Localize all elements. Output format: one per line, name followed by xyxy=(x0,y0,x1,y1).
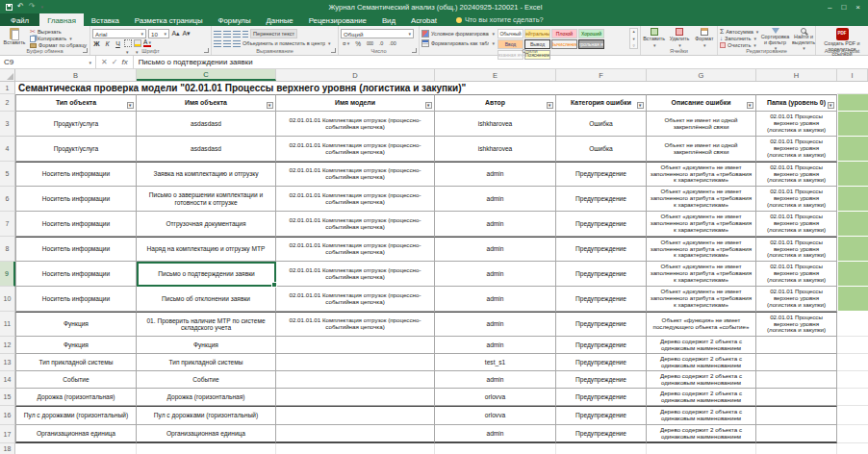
tab-page-layout[interactable]: Разметка страницы xyxy=(127,13,211,26)
cell-H3[interactable]: 02.01.01 Процессы верхнего уровня (логис… xyxy=(756,112,837,137)
cell-F12[interactable]: Предупреждение xyxy=(556,337,647,354)
cell-B2[interactable]: Тип объекта xyxy=(15,94,137,112)
cell-E12[interactable]: admin xyxy=(435,337,556,354)
cell-G17[interactable]: Дерево содержит 2 объекта с одинаковым н… xyxy=(647,425,756,443)
cell-G4[interactable]: Объект не имеет ни одной закреплённой св… xyxy=(647,137,756,162)
cell-F15[interactable]: Предупреждение xyxy=(556,389,647,406)
cell-C13[interactable]: Тип прикладной системы xyxy=(137,354,276,371)
bold-button[interactable]: Ж xyxy=(92,40,101,47)
tell-me-search[interactable]: Что вы хотите сделать? xyxy=(456,13,544,26)
cell-I3[interactable] xyxy=(837,112,868,137)
cell-F16[interactable]: Предупреждение xyxy=(556,406,647,425)
format-cells-button[interactable]: Формат xyxy=(694,28,715,49)
cell-E2[interactable]: Автор xyxy=(435,94,556,112)
font-size-select[interactable]: 10 xyxy=(148,29,169,38)
cell-G16[interactable]: Дерево содержит 2 объекта с одинаковым н… xyxy=(647,406,756,425)
row-header-15[interactable]: 15 xyxy=(0,389,15,406)
wrap-text-button[interactable]: Перенести текст xyxy=(250,29,297,38)
cell-G18[interactable] xyxy=(647,443,756,454)
cell-F13[interactable]: Предупреждение xyxy=(556,354,647,371)
tab-file[interactable]: Файл xyxy=(0,13,39,26)
cell-E17[interactable]: admin xyxy=(435,425,556,443)
tab-formulas[interactable]: Формулы xyxy=(211,13,259,26)
decrease-decimal-icon[interactable] xyxy=(387,39,398,48)
close-icon[interactable]: × xyxy=(855,3,860,12)
cell-H16[interactable] xyxy=(756,406,837,425)
cell-H13[interactable] xyxy=(756,354,837,371)
cell-H7[interactable]: 02.01.01 Процессы верхнего уровня (логис… xyxy=(756,212,837,237)
cell-B10[interactable]: Носитель информации xyxy=(15,287,137,312)
name-box[interactable]: C9 xyxy=(0,56,96,68)
cell-C4[interactable]: asdasdasd xyxy=(137,137,276,162)
cell-style-normal[interactable]: Обычный xyxy=(498,29,523,38)
cell-H12[interactable] xyxy=(756,337,837,354)
cell-I7[interactable] xyxy=(837,212,868,237)
insert-function-icon[interactable]: fx xyxy=(121,58,127,66)
row-header-17[interactable]: 17 xyxy=(0,425,15,443)
cell-H10[interactable]: 02.01.01 Процессы верхнего уровня (логис… xyxy=(756,287,837,312)
cell-C5[interactable]: Заявка на комплектацию и отгрузку xyxy=(137,162,276,187)
cell-I14[interactable] xyxy=(837,371,868,389)
cell-D4[interactable]: 02.01.01.01 Комплектация отгрузок (проце… xyxy=(276,137,435,162)
cell-E4[interactable]: ishkharovea xyxy=(435,137,556,162)
cell-I15[interactable] xyxy=(837,389,868,406)
cell-I11[interactable] xyxy=(837,312,868,337)
underline-button[interactable]: Ч xyxy=(114,40,122,47)
grow-font-icon[interactable]: А▴ xyxy=(171,30,180,38)
cell-I6[interactable] xyxy=(837,187,868,212)
fill-button[interactable]: Заполнить xyxy=(720,36,758,41)
cell-F14[interactable]: Предупреждение xyxy=(556,371,647,389)
filter-icon[interactable] xyxy=(425,102,432,109)
font-name-select[interactable]: Arial xyxy=(92,29,146,38)
cell-G5[interactable]: Объект «документ» не имеет заполненного … xyxy=(647,162,756,187)
column-header-F[interactable]: F xyxy=(556,69,647,81)
row-header-3[interactable]: 3 xyxy=(0,112,15,137)
maximize-icon[interactable]: □ xyxy=(841,3,846,12)
cell-C10[interactable]: Письмо об отклонении заявки xyxy=(137,287,276,312)
cell-B8[interactable]: Носитель информации xyxy=(15,237,137,262)
cell-H18[interactable] xyxy=(756,443,837,454)
row-header-2[interactable]: 2 xyxy=(0,94,15,112)
cell-C15[interactable]: Дорожка (горизонтальная) xyxy=(137,389,276,406)
tab-insert[interactable]: Вставка xyxy=(84,13,127,26)
cell-E9[interactable]: admin xyxy=(435,262,556,287)
copy-button[interactable]: Копировать xyxy=(30,36,87,42)
sort-filter-button[interactable]: Сортировка и фильтр xyxy=(761,28,789,49)
row-header-13[interactable]: 13 xyxy=(0,354,15,371)
orientation-icon[interactable] xyxy=(243,31,248,38)
cell-H4[interactable]: 02.01.01 Процессы верхнего уровня (логис… xyxy=(756,137,837,162)
cell-D7[interactable]: 02.01.01.01 Комплектация отгрузок (проце… xyxy=(276,212,435,237)
cell-D17[interactable] xyxy=(276,425,435,443)
cell-F4[interactable]: Ошибка xyxy=(556,137,647,162)
find-select-button[interactable]: Найти и выделить xyxy=(792,28,815,49)
tab-home[interactable]: Главная xyxy=(39,13,84,26)
autosum-button[interactable]: Автосумма xyxy=(720,29,758,35)
number-format-select[interactable]: Общий xyxy=(341,29,414,38)
cell-B11[interactable]: Функция xyxy=(15,312,137,337)
redo-icon[interactable]: ↷ xyxy=(29,3,36,11)
cell-F18[interactable] xyxy=(556,443,647,454)
column-header-G[interactable]: G xyxy=(647,69,756,81)
cell-C18[interactable] xyxy=(137,443,276,454)
cell-B6[interactable]: Носитель информации xyxy=(15,187,137,212)
cell-C3[interactable]: asdasdasd xyxy=(137,112,276,137)
cell-D11[interactable]: 02.01.01.01 Комплектация отгрузок (проце… xyxy=(276,312,435,337)
cell-I17[interactable] xyxy=(837,425,868,443)
row-header-10[interactable]: 10 xyxy=(0,287,15,312)
cell-H8[interactable]: 02.01.01 Процессы верхнего уровня (логис… xyxy=(756,237,837,262)
cell-D12[interactable] xyxy=(276,337,435,354)
increase-decimal-icon[interactable] xyxy=(377,39,386,48)
cell-F7[interactable]: Предупреждение xyxy=(556,212,647,237)
cell-D5[interactable]: 02.01.01.01 Комплектация отгрузок (проце… xyxy=(276,162,435,187)
filter-icon[interactable] xyxy=(747,102,753,109)
cell-C16[interactable]: Пул с дорожками (горизонтальный) xyxy=(137,406,276,425)
cell-D16[interactable] xyxy=(276,406,435,425)
cell-H2[interactable]: Папка (уровень 0) xyxy=(756,94,837,112)
cell-D3[interactable]: 02.01.01.01 Комплектация отгрузок (проце… xyxy=(276,112,435,137)
cell-C9[interactable]: Письмо о подтверждении заявки xyxy=(137,262,276,287)
cell-E15[interactable]: orlovva xyxy=(435,389,556,406)
cell-H5[interactable]: 02.01.01 Процессы верхнего уровня (логис… xyxy=(756,162,837,187)
cell-style-bad[interactable]: Плохой xyxy=(551,29,577,38)
cell-B9[interactable]: Носитель информации xyxy=(15,262,137,287)
cell-G9[interactable]: Объект «документ» не имеет заполненного … xyxy=(647,262,756,287)
